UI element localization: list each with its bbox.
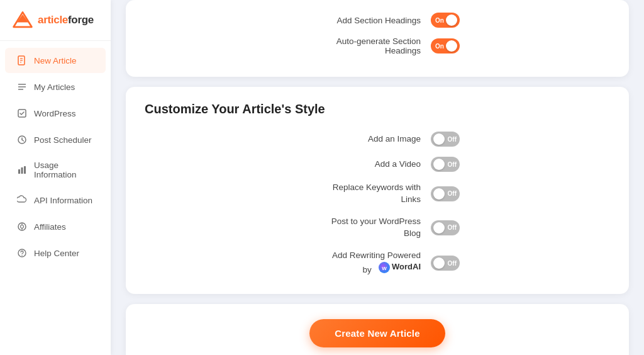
- svg-rect-14: [21, 167, 23, 174]
- sidebar-item-post-scheduler[interactable]: Post Scheduler: [5, 127, 106, 152]
- toggle-add-video[interactable]: Off: [431, 157, 460, 172]
- toggle-label-add-section-headings: Add Section Headings: [295, 16, 421, 25]
- cloud-icon: [16, 194, 28, 206]
- list-icon: [16, 81, 28, 93]
- sidebar-item-my-articles[interactable]: My Articles: [5, 74, 106, 99]
- sidebar-item-usage-information-label: Usage Information: [34, 161, 94, 179]
- option-label-post-wordpress: Post to your WordPressBlog: [295, 216, 421, 240]
- option-label-add-image: Add an Image: [295, 133, 421, 145]
- sidebar-item-usage-information[interactable]: Usage Information: [5, 154, 106, 186]
- logo-area: articleforge: [0, 0, 111, 41]
- tag-icon: [16, 221, 28, 232]
- sidebar-item-my-articles-label: My Articles: [34, 82, 75, 92]
- sidebar-item-api-information[interactable]: API Information: [5, 188, 106, 213]
- chart-icon: [16, 164, 28, 176]
- toggle-label-auto-generate: Auto-generate SectionHeadings: [295, 37, 421, 55]
- option-row-post-wordpress: Post to your WordPressBlog Off: [145, 216, 610, 240]
- sidebar-item-affiliates[interactable]: Affiliates: [5, 214, 106, 239]
- sidebar-item-api-information-label: API Information: [34, 196, 92, 205]
- toggle-knob: [433, 159, 445, 170]
- sidebar-item-affiliates-label: Affiliates: [34, 222, 66, 232]
- toggle-add-section-headings[interactable]: On: [431, 13, 460, 28]
- main-content: Add Section Headings On Auto-generate Se…: [111, 0, 644, 355]
- toggle-knob: [433, 257, 445, 269]
- option-row-replace-keywords: Replace Keywords withLinks Off: [145, 182, 610, 206]
- toggle-knob: [433, 222, 445, 234]
- toggle-add-image[interactable]: Off: [431, 132, 460, 147]
- toggle-knob: [433, 188, 445, 200]
- clock-icon: [16, 134, 28, 145]
- sidebar-item-new-article[interactable]: New Article: [5, 48, 106, 73]
- sidebar-item-help-center-label: Help Center: [34, 249, 79, 258]
- toggle-replace-keywords[interactable]: Off: [431, 186, 460, 201]
- option-label-add-rewriting: Add Rewriting Poweredby W: [295, 250, 421, 277]
- sidebar-item-wordpress-label: WordPress: [34, 109, 76, 118]
- toggle-knob: [446, 14, 457, 26]
- logo-icon: [11, 9, 34, 31]
- svg-point-17: [21, 225, 24, 228]
- help-icon: [16, 247, 28, 259]
- nav-menu: New Article My Articles WordPress: [0, 41, 111, 355]
- toggle-auto-generate[interactable]: On: [431, 38, 460, 54]
- sidebar-item-new-article-label: New Article: [34, 56, 77, 65]
- option-row-add-rewriting: Add Rewriting Poweredby W: [145, 250, 610, 277]
- checkbox-icon: [16, 108, 28, 119]
- svg-rect-15: [24, 166, 26, 174]
- wordai-logo: W WordAI: [379, 261, 421, 273]
- option-label-replace-keywords: Replace Keywords withLinks: [295, 182, 421, 206]
- logo-text: articleforge: [38, 14, 94, 26]
- customize-style-card: Customize Your Article's Style Add an Im…: [126, 87, 629, 294]
- toggle-row-auto-generate: Auto-generate SectionHeadings On: [145, 37, 610, 55]
- svg-rect-13: [18, 169, 20, 174]
- toggle-post-wordpress[interactable]: Off: [431, 220, 460, 235]
- sidebar: articleforge New Article: [0, 0, 111, 355]
- svg-line-12: [22, 140, 24, 141]
- toggle-row-add-section-headings: Add Section Headings On: [145, 13, 610, 28]
- file-icon: [16, 55, 28, 66]
- option-row-add-video: Add a Video Off: [145, 157, 610, 172]
- customize-card-title: Customize Your Article's Style: [145, 102, 610, 116]
- sidebar-item-wordpress[interactable]: WordPress: [5, 101, 106, 126]
- sidebar-item-help-center[interactable]: Help Center: [5, 240, 106, 266]
- toggle-knob: [433, 133, 445, 145]
- toggle-knob: [446, 40, 457, 52]
- toggle-add-rewriting[interactable]: Off: [431, 256, 460, 271]
- create-new-article-button[interactable]: Create New Article: [309, 319, 445, 347]
- sidebar-item-post-scheduler-label: Post Scheduler: [34, 135, 92, 145]
- option-row-add-image: Add an Image Off: [145, 132, 610, 147]
- style-options: Add an Image Off Add a Video Off Replace…: [145, 132, 610, 276]
- option-label-add-video: Add a Video: [295, 159, 421, 171]
- svg-text:W: W: [382, 266, 387, 271]
- cta-card: Create New Article: [126, 304, 629, 355]
- section-headings-card: Add Section Headings On Auto-generate Se…: [126, 0, 629, 77]
- svg-point-21: [21, 255, 23, 256]
